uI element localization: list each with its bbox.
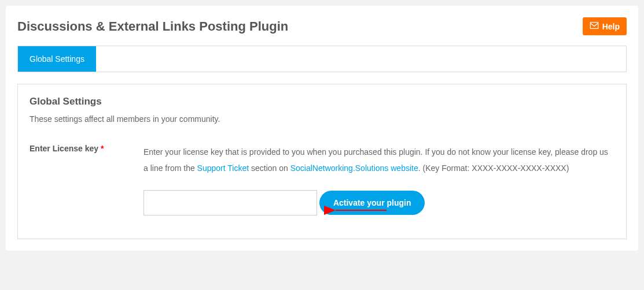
license-label-container: Enter License key *	[30, 144, 143, 153]
sns-website-link[interactable]: SocialNetworking.Solutions website	[290, 163, 418, 173]
activate-button-label: Activate your plugin	[333, 198, 411, 207]
license-form-row: Enter License key * Enter your license k…	[30, 144, 614, 215]
tabs-container: Global Settings	[17, 46, 627, 72]
license-key-input[interactable]	[143, 190, 317, 215]
required-indicator: *	[101, 144, 104, 153]
settings-panel: Discussions & External Links Posting Plu…	[6, 6, 638, 251]
section-description: These settings affect all members in you…	[30, 114, 614, 124]
support-ticket-link[interactable]: Support Ticket	[197, 163, 249, 173]
section-title: Global Settings	[30, 96, 614, 107]
desc-text-3: . (Key Format: XXXX-XXXX-XXXX-XXXX)	[418, 163, 569, 173]
license-label: Enter License key	[30, 144, 98, 153]
tab-global-settings[interactable]: Global Settings	[18, 46, 96, 72]
desc-text-2: section on	[249, 163, 290, 173]
activate-plugin-button[interactable]: Activate your plugin	[319, 191, 425, 215]
license-description: Enter your license key that is provided …	[143, 144, 614, 176]
tab-label: Global Settings	[30, 54, 84, 64]
svg-rect-0	[590, 23, 598, 29]
page-title: Discussions & External Links Posting Plu…	[17, 19, 288, 34]
panel-header: Discussions & External Links Posting Plu…	[17, 17, 627, 35]
license-field-container: Enter your license key that is provided …	[143, 144, 614, 215]
help-button[interactable]: Help	[583, 17, 627, 35]
settings-box: Global Settings These settings affect al…	[17, 84, 627, 239]
help-button-label: Help	[602, 22, 620, 31]
mail-icon	[590, 21, 599, 32]
